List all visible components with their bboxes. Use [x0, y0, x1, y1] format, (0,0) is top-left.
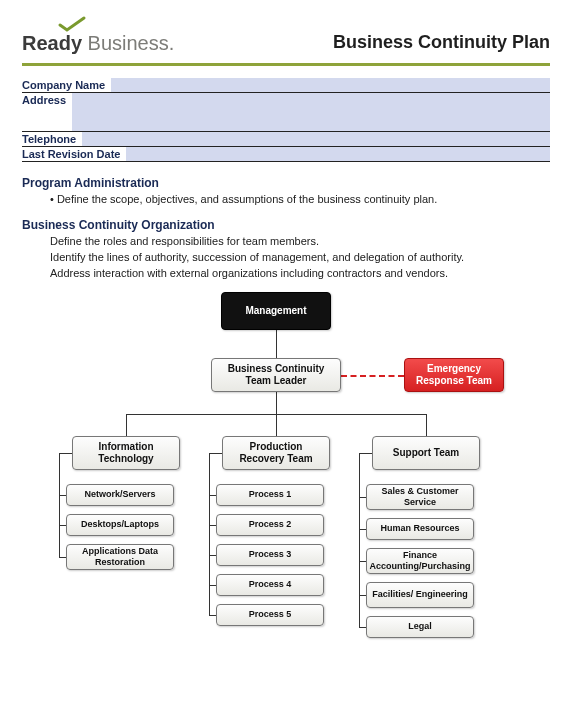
company-label: Company Name — [22, 78, 111, 92]
org-line-2: Identify the lines of authority, success… — [50, 250, 550, 266]
connector — [276, 392, 277, 414]
connector — [59, 525, 66, 526]
connector — [209, 525, 216, 526]
company-row: Company Name — [22, 78, 550, 93]
telephone-row: Telephone — [22, 132, 550, 147]
node-it-sub: Applications Data Restoration — [66, 544, 174, 570]
org-heading: Business Continuity Organization — [22, 218, 550, 232]
address-input[interactable] — [72, 93, 550, 131]
connector — [359, 595, 366, 596]
node-management: Management — [221, 292, 331, 330]
connector — [209, 585, 216, 586]
node-supp-sub: Sales & Customer Service — [366, 484, 474, 510]
connector — [59, 495, 66, 496]
admin-bullet: Define the scope, objectives, and assump… — [50, 192, 550, 208]
node-prod: Production Recovery Team — [222, 436, 330, 470]
connector — [59, 557, 66, 558]
brand-light: Business. — [88, 32, 175, 54]
node-support: Support Team — [372, 436, 480, 470]
node-it: Information Technology — [72, 436, 180, 470]
brand-text: Ready Business. — [22, 33, 174, 53]
node-prod-sub: Process 1 — [216, 484, 324, 506]
connector — [359, 453, 360, 627]
connector — [59, 453, 72, 454]
node-it-sub: Desktops/Laptops — [66, 514, 174, 536]
brand-strong: Ready — [22, 32, 82, 54]
connector — [209, 555, 216, 556]
node-it-sub: Network/Servers — [66, 484, 174, 506]
node-prod-sub: Process 5 — [216, 604, 324, 626]
connector — [126, 414, 127, 436]
node-prod-sub: Process 3 — [216, 544, 324, 566]
connector-dashed — [341, 375, 404, 377]
telephone-label: Telephone — [22, 132, 82, 146]
connector — [359, 497, 366, 498]
connector — [276, 414, 277, 436]
node-supp-sub: Finance Accounting/Purchasing — [366, 548, 474, 574]
title-rule — [22, 63, 550, 66]
node-supp-sub: Legal — [366, 616, 474, 638]
connector — [209, 453, 210, 615]
connector — [209, 453, 222, 454]
admin-heading: Program Administration — [22, 176, 550, 190]
address-row: Address — [22, 93, 550, 132]
telephone-input[interactable] — [82, 132, 550, 146]
company-input[interactable] — [111, 78, 550, 92]
connector — [276, 330, 277, 358]
info-form: Company Name Address Telephone Last Revi… — [22, 78, 550, 162]
connector — [359, 561, 366, 562]
connector — [359, 529, 366, 530]
node-prod-sub: Process 2 — [216, 514, 324, 536]
page-title: Business Continuity Plan — [333, 32, 550, 53]
node-supp-sub: Human Resources — [366, 518, 474, 540]
connector — [209, 615, 216, 616]
connector — [209, 495, 216, 496]
connector — [59, 453, 60, 557]
connector — [359, 627, 366, 628]
org-text: Define the roles and responsibilities fo… — [50, 234, 550, 282]
org-line-1: Define the roles and responsibilities fo… — [50, 234, 550, 250]
logo: Ready Business. — [22, 16, 174, 53]
node-supp-sub: Facilities/ Engineering — [366, 582, 474, 608]
connector — [426, 414, 427, 436]
org-line-3: Address interaction with external organi… — [50, 266, 550, 282]
node-emergency: Emergency Response Team — [404, 358, 504, 392]
revision-label: Last Revision Date — [22, 147, 126, 161]
org-chart: Management Business Continuity Team Lead… — [26, 292, 546, 662]
node-prod-sub: Process 4 — [216, 574, 324, 596]
revision-row: Last Revision Date — [22, 147, 550, 162]
connector — [359, 453, 372, 454]
revision-input[interactable] — [126, 147, 550, 161]
address-label: Address — [22, 93, 72, 107]
header: Ready Business. Business Continuity Plan — [22, 16, 550, 59]
node-leader: Business Continuity Team Leader — [211, 358, 341, 392]
